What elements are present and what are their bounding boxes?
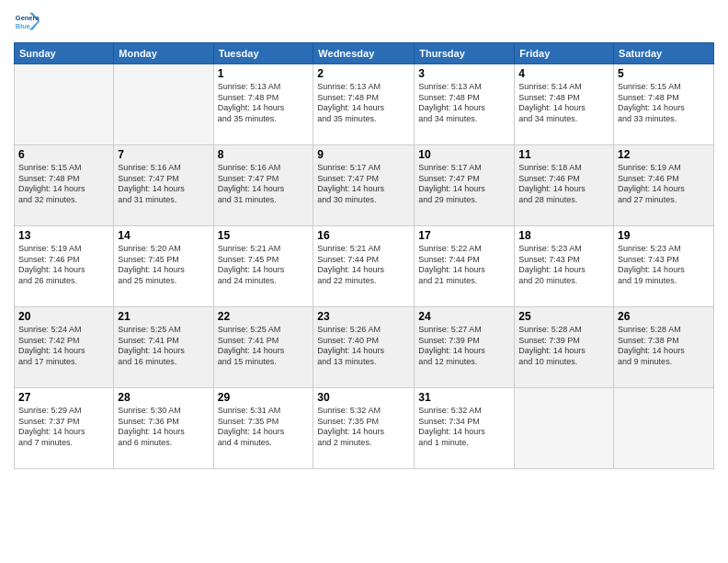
day-number: 28	[118, 391, 209, 404]
cell-line: Daylight: 14 hours	[618, 346, 710, 357]
svg-text:Blue: Blue	[16, 22, 30, 30]
day-number: 16	[317, 229, 410, 242]
cell-line: Sunrise: 5:16 AM	[118, 163, 209, 174]
day-number: 25	[518, 310, 609, 323]
cell-line: and 7 minutes.	[18, 438, 109, 449]
cell-line: Daylight: 14 hours	[118, 346, 209, 357]
cell-line: Sunset: 7:43 PM	[618, 255, 710, 266]
calendar-cell: 20Sunrise: 5:24 AMSunset: 7:42 PMDayligh…	[15, 307, 114, 388]
cell-line: Daylight: 14 hours	[418, 346, 510, 357]
cell-line: Sunrise: 5:13 AM	[418, 82, 510, 93]
calendar-cell: 30Sunrise: 5:32 AMSunset: 7:35 PMDayligh…	[313, 388, 415, 469]
cell-line: Sunrise: 5:23 AM	[618, 244, 710, 255]
cell-line: and 1 minute.	[418, 438, 510, 449]
logo: General Blue	[14, 9, 43, 35]
cell-line: Sunrise: 5:13 AM	[218, 82, 310, 93]
cell-line: and 15 minutes.	[218, 357, 310, 368]
cell-line: Sunrise: 5:15 AM	[618, 82, 710, 93]
day-number: 15	[218, 229, 310, 242]
calendar-cell: 22Sunrise: 5:25 AMSunset: 7:41 PMDayligh…	[213, 307, 313, 388]
day-number: 8	[218, 148, 310, 161]
calendar-cell: 18Sunrise: 5:23 AMSunset: 7:43 PMDayligh…	[515, 226, 614, 307]
calendar-cell	[515, 388, 614, 469]
day-number: 11	[518, 148, 609, 161]
cell-line: and 31 minutes.	[218, 195, 310, 206]
weekday-header-row: SundayMondayTuesdayWednesdayThursdayFrid…	[15, 43, 714, 64]
cell-line: Sunset: 7:41 PM	[218, 336, 310, 347]
calendar-cell: 27Sunrise: 5:29 AMSunset: 7:37 PMDayligh…	[15, 388, 114, 469]
day-number: 1	[218, 67, 310, 80]
day-number: 19	[618, 229, 710, 242]
cell-line: Sunset: 7:48 PM	[518, 93, 609, 104]
calendar-cell: 12Sunrise: 5:19 AMSunset: 7:46 PMDayligh…	[614, 145, 714, 226]
cell-line: Daylight: 14 hours	[418, 427, 510, 438]
cell-line: Sunrise: 5:25 AM	[218, 325, 310, 336]
cell-line: and 16 minutes.	[118, 357, 209, 368]
cell-line: Sunrise: 5:30 AM	[118, 406, 209, 417]
calendar-cell: 2Sunrise: 5:13 AMSunset: 7:48 PMDaylight…	[313, 64, 415, 145]
cell-line: and 24 minutes.	[218, 276, 310, 287]
calendar-cell: 1Sunrise: 5:13 AMSunset: 7:48 PMDaylight…	[213, 64, 313, 145]
cell-line: Sunset: 7:48 PM	[618, 93, 710, 104]
cell-line: and 34 minutes.	[518, 114, 609, 125]
cell-line: Sunset: 7:42 PM	[18, 336, 109, 347]
cell-line: Daylight: 14 hours	[317, 427, 410, 438]
calendar-cell	[114, 64, 213, 145]
cell-line: and 4 minutes.	[218, 438, 310, 449]
cell-line: Daylight: 14 hours	[317, 103, 410, 114]
cell-line: Sunset: 7:44 PM	[418, 255, 510, 266]
cell-line: Sunset: 7:47 PM	[218, 174, 310, 185]
day-number: 10	[418, 148, 510, 161]
day-number: 30	[317, 391, 410, 404]
day-number: 18	[518, 229, 609, 242]
calendar-cell: 21Sunrise: 5:25 AMSunset: 7:41 PMDayligh…	[114, 307, 213, 388]
cell-line: and 6 minutes.	[118, 438, 209, 449]
cell-line: Sunrise: 5:19 AM	[618, 163, 710, 174]
cell-line: Daylight: 14 hours	[18, 427, 109, 438]
cell-line: Daylight: 14 hours	[317, 346, 410, 357]
weekday-header-monday: Monday	[114, 43, 213, 64]
calendar-cell: 8Sunrise: 5:16 AMSunset: 7:47 PMDaylight…	[213, 145, 313, 226]
page: General Blue SundayMondayTuesdayWednesda…	[0, 0, 728, 563]
cell-line: Daylight: 14 hours	[418, 265, 510, 276]
calendar-cell: 14Sunrise: 5:20 AMSunset: 7:45 PMDayligh…	[114, 226, 213, 307]
cell-line: Sunrise: 5:31 AM	[218, 406, 310, 417]
cell-line: Sunrise: 5:23 AM	[518, 244, 609, 255]
calendar-cell: 31Sunrise: 5:32 AMSunset: 7:34 PMDayligh…	[415, 388, 515, 469]
cell-line: Sunset: 7:46 PM	[518, 174, 609, 185]
cell-line: Daylight: 14 hours	[218, 184, 310, 195]
cell-line: Daylight: 14 hours	[18, 265, 109, 276]
cell-line: Sunset: 7:45 PM	[118, 255, 209, 266]
day-number: 26	[618, 310, 710, 323]
cell-line: Daylight: 14 hours	[218, 103, 310, 114]
calendar-row-4: 20Sunrise: 5:24 AMSunset: 7:42 PMDayligh…	[15, 307, 714, 388]
cell-line: Daylight: 14 hours	[118, 184, 209, 195]
cell-line: and 26 minutes.	[18, 276, 109, 287]
calendar-cell: 4Sunrise: 5:14 AMSunset: 7:48 PMDaylight…	[515, 64, 614, 145]
cell-line: Sunrise: 5:21 AM	[317, 244, 410, 255]
cell-line: Sunset: 7:46 PM	[618, 174, 710, 185]
cell-line: and 12 minutes.	[418, 357, 510, 368]
day-number: 7	[118, 148, 209, 161]
calendar-cell: 24Sunrise: 5:27 AMSunset: 7:39 PMDayligh…	[415, 307, 515, 388]
cell-line: Daylight: 14 hours	[218, 346, 310, 357]
day-number: 5	[618, 67, 710, 80]
calendar-row-3: 13Sunrise: 5:19 AMSunset: 7:46 PMDayligh…	[15, 226, 714, 307]
calendar-cell	[614, 388, 714, 469]
calendar-table: SundayMondayTuesdayWednesdayThursdayFrid…	[14, 42, 714, 469]
cell-line: Sunset: 7:48 PM	[18, 174, 109, 185]
cell-line: Sunrise: 5:24 AM	[18, 325, 109, 336]
day-number: 14	[118, 229, 209, 242]
calendar-row-2: 6Sunrise: 5:15 AMSunset: 7:48 PMDaylight…	[15, 145, 714, 226]
cell-line: and 10 minutes.	[518, 357, 609, 368]
cell-line: and 13 minutes.	[317, 357, 410, 368]
cell-line: Sunrise: 5:26 AM	[317, 325, 410, 336]
cell-line: Daylight: 14 hours	[518, 184, 609, 195]
cell-line: Sunset: 7:40 PM	[317, 336, 410, 347]
cell-line: Sunrise: 5:28 AM	[618, 325, 710, 336]
calendar-cell: 17Sunrise: 5:22 AMSunset: 7:44 PMDayligh…	[415, 226, 515, 307]
weekday-header-tuesday: Tuesday	[213, 43, 313, 64]
cell-line: Sunrise: 5:27 AM	[418, 325, 510, 336]
cell-line: Sunset: 7:48 PM	[418, 93, 510, 104]
cell-line: Sunrise: 5:16 AM	[218, 163, 310, 174]
